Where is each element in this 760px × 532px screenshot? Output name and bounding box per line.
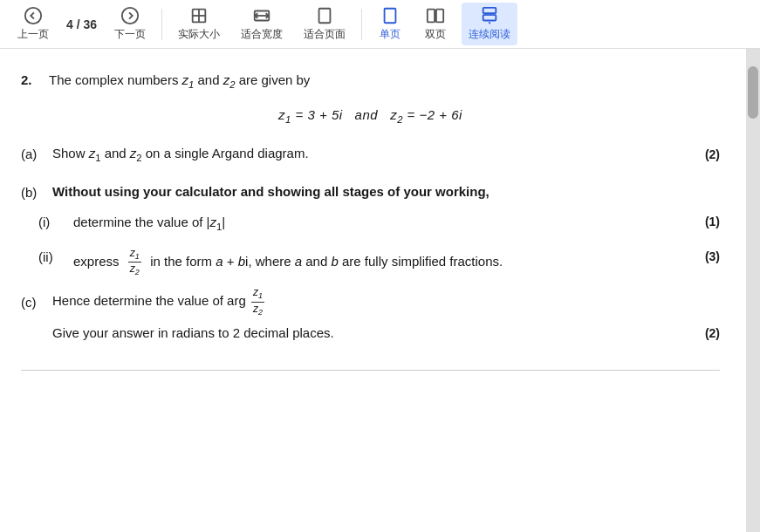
part-a-label: (a)	[21, 143, 52, 165]
svg-point-1	[122, 8, 138, 24]
arg-fraction-numerator: z1	[251, 286, 264, 302]
part-b-content: Without using your calculator and showin…	[52, 181, 720, 202]
part-b-i-marks: (1)	[705, 212, 720, 231]
part-b-i-content: determine the value of |z1|	[73, 212, 720, 235]
toolbar: 上一页 4 / 36 下一页 实际大小 适合宽度	[0, 0, 760, 49]
z2-symbol: z2	[223, 72, 236, 87]
part-a-marks: (2)	[705, 145, 720, 164]
question-number: 2.	[21, 70, 38, 91]
scrollbar[interactable]	[746, 49, 760, 532]
page-content: 2. The complex numbers z1 and z2 are giv…	[0, 49, 746, 532]
fit-width-button[interactable]: 适合宽度	[234, 3, 290, 45]
fit-width-label: 适合宽度	[241, 27, 283, 42]
part-b-ii: (ii) express z1 z2 in the form a + bi, w…	[38, 247, 720, 277]
math-display: z1 = 3 + 5i and z2 = −2 + 6i	[21, 105, 720, 127]
svg-rect-14	[436, 10, 443, 23]
main-area: 2. The complex numbers z1 and z2 are giv…	[0, 49, 760, 532]
question-header: 2. The complex numbers z1 and z2 are giv…	[21, 70, 720, 92]
actual-size-button[interactable]: 实际大小	[171, 3, 227, 45]
arg-fraction: z1 z2	[251, 286, 264, 317]
page-number: 4 / 36	[66, 17, 97, 31]
part-a: (a) Show z1 and z2 on a single Argand di…	[21, 143, 720, 166]
actual-size-label: 实际大小	[178, 27, 220, 42]
part-b-ii-content: express z1 z2 in the form a + bi, where …	[73, 247, 720, 277]
svg-rect-11	[319, 9, 331, 24]
single-page-label: 单页	[380, 27, 401, 42]
fraction-numerator: z1	[128, 247, 141, 263]
part-b-label: (b)	[21, 181, 52, 203]
part-c: (c) Hence determine the value of arg z1 …	[21, 286, 720, 317]
svg-rect-15	[483, 8, 496, 13]
double-page-button[interactable]: 双页	[416, 3, 455, 45]
z1-over-z2-fraction: z1 z2	[128, 247, 141, 277]
next-page-button[interactable]: 下一页	[107, 3, 153, 45]
svg-point-0	[25, 8, 41, 24]
part-b-header: (b) Without using your calculator and sh…	[21, 181, 720, 203]
svg-rect-16	[483, 15, 496, 20]
page-indicator: 4 / 36	[63, 17, 100, 31]
z1-symbol: z1	[182, 72, 195, 87]
part-c-label: (c)	[21, 291, 52, 313]
part-b-ii-marks: (3)	[705, 247, 720, 266]
continuous-read-button[interactable]: 连续阅读	[462, 3, 517, 45]
part-b-wrapper: (b) Without using your calculator and sh…	[21, 181, 720, 277]
fit-page-label: 适合页面	[304, 27, 346, 42]
fraction-denominator: z2	[128, 263, 141, 277]
part-c-wrapper: (c) Hence determine the value of arg z1 …	[21, 286, 720, 343]
question-block: 2. The complex numbers z1 and z2 are giv…	[21, 70, 720, 344]
part-c-subtext: Give your answer in radians to 2 decimal…	[52, 323, 720, 344]
page-divider	[21, 370, 720, 371]
part-b-i: (i) determine the value of |z1| (1)	[38, 212, 720, 235]
part-c-content: Hence determine the value of arg z1 z2	[52, 286, 720, 317]
question-intro: The complex numbers z1 and z2 are given …	[49, 70, 310, 92]
continuous-label: 连续阅读	[469, 27, 510, 42]
separator-1	[161, 9, 162, 40]
next-label: 下一页	[114, 27, 146, 42]
arg-fraction-denominator: z2	[251, 303, 264, 317]
prev-label: 上一页	[17, 27, 49, 42]
prev-page-button[interactable]: 上一页	[10, 3, 56, 45]
part-c-marks: (2)	[705, 324, 720, 343]
scrollbar-thumb[interactable]	[748, 66, 758, 119]
svg-rect-12	[385, 9, 396, 24]
double-page-label: 双页	[425, 27, 446, 42]
part-b-i-label: (i)	[38, 212, 73, 233]
part-a-content: Show z1 and z2 on a single Argand diagra…	[52, 143, 720, 166]
svg-rect-13	[428, 10, 435, 23]
single-page-button[interactable]: 单页	[371, 3, 409, 45]
part-b-ii-label: (ii)	[38, 247, 73, 268]
fit-page-button[interactable]: 适合页面	[297, 3, 353, 45]
separator-2	[361, 9, 362, 40]
